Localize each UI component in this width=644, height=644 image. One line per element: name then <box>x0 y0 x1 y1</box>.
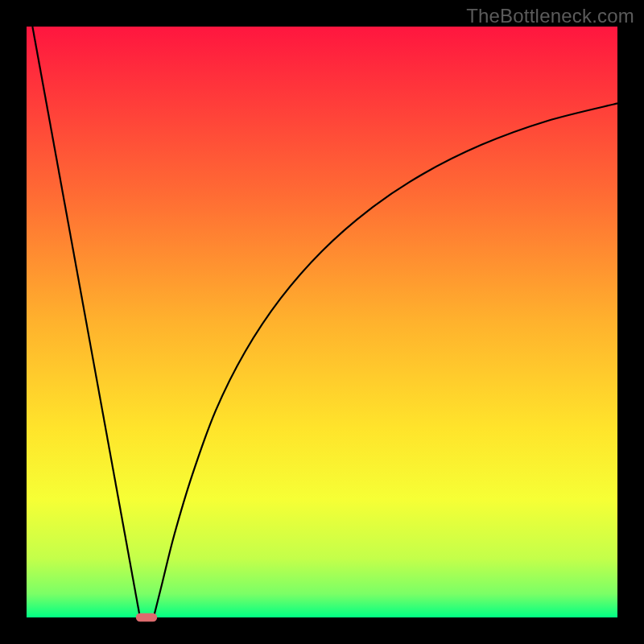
chart-frame: TheBottleneck.com <box>0 0 644 644</box>
bottleneck-chart <box>0 0 644 644</box>
optimal-marker <box>136 613 157 621</box>
plot-background <box>27 27 617 617</box>
watermark-text: TheBottleneck.com <box>466 5 634 27</box>
